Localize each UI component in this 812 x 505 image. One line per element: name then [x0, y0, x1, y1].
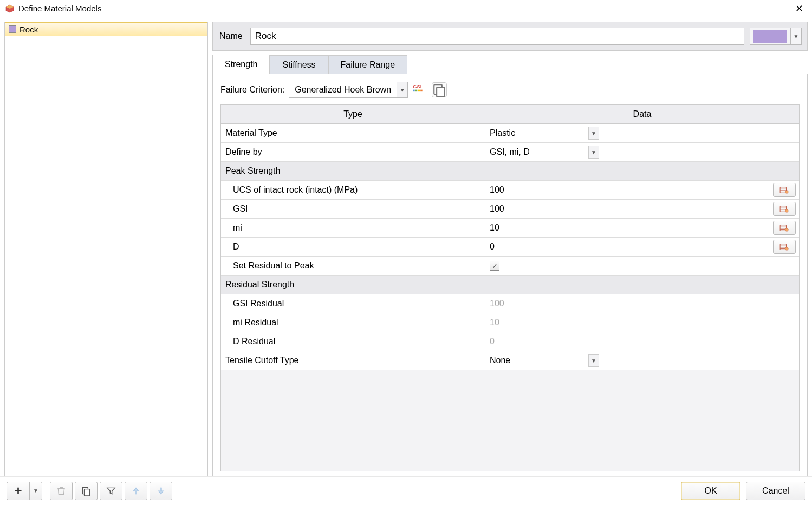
- name-input[interactable]: [250, 28, 744, 45]
- add-dropdown[interactable]: ▼: [29, 482, 42, 500]
- failure-criterion-label: Failure Criterion:: [220, 85, 284, 95]
- chevron-down-icon: ▼: [397, 82, 407, 97]
- duplicate-button[interactable]: [75, 482, 98, 500]
- svg-rect-5: [418, 90, 420, 91]
- edit-value-button[interactable]: [773, 221, 796, 235]
- property-value: 100: [490, 299, 504, 309]
- property-label: Residual Strength: [221, 276, 485, 294]
- grid-row: Material TypePlastic▼: [221, 124, 799, 143]
- property-value: 100: [490, 204, 504, 214]
- property-combo[interactable]: Plastic▼: [490, 124, 795, 142]
- grid-row: mi Residual10: [221, 313, 799, 332]
- footer: + ▼ OK Cancel: [0, 476, 812, 504]
- property-label: mi: [221, 219, 485, 237]
- checkbox[interactable]: ✓: [490, 261, 499, 271]
- property-value-cell[interactable]: GSI, mi, D▼: [485, 143, 799, 161]
- property-label: mi Residual: [221, 313, 485, 332]
- tab-failure-range[interactable]: Failure Range: [328, 55, 408, 74]
- property-value: 0: [490, 337, 495, 346]
- color-picker[interactable]: ▼: [750, 28, 802, 45]
- grid-row: mi10: [221, 219, 799, 238]
- grid-row: Residual Strength: [221, 276, 799, 294]
- add-button[interactable]: +: [7, 482, 29, 500]
- edit-value-button[interactable]: [773, 183, 796, 197]
- filter-button[interactable]: [100, 482, 122, 500]
- tabstrip: Strength Stiffness Failure Range: [212, 54, 808, 74]
- grid-row: Peak Strength: [221, 162, 799, 181]
- property-combo[interactable]: None▼: [490, 351, 795, 370]
- arrow-down-icon: [156, 486, 166, 496]
- property-label: Set Residual to Peak: [221, 257, 485, 275]
- property-label: Define by: [221, 143, 485, 161]
- property-grid: Type Data Material TypePlastic▼Define by…: [220, 104, 800, 471]
- svg-text:GSI: GSI: [413, 84, 421, 90]
- grid-row: Tensile Cutoff TypeNone▼: [221, 351, 799, 370]
- chevron-down-icon: ▼: [588, 127, 599, 140]
- trash-icon: [56, 486, 66, 496]
- gsi-calculator-button[interactable]: GSI: [412, 82, 427, 97]
- close-icon[interactable]: ✕: [792, 3, 807, 15]
- property-value-cell[interactable]: 0: [485, 238, 799, 256]
- chevron-down-icon: ▼: [588, 354, 599, 367]
- property-value-cell[interactable]: 100: [485, 181, 799, 199]
- failure-criterion-combo[interactable]: Generalized Hoek Brown ▼: [289, 82, 408, 98]
- cancel-button[interactable]: Cancel: [746, 482, 805, 500]
- svg-rect-6: [420, 90, 422, 91]
- color-swatch: [753, 30, 787, 43]
- move-down-button[interactable]: [150, 482, 172, 500]
- svg-rect-3: [413, 90, 414, 91]
- property-value-cell[interactable]: ✓: [485, 257, 799, 275]
- tab-stiffness[interactable]: Stiffness: [270, 55, 328, 74]
- chevron-down-icon: ▼: [33, 488, 38, 494]
- property-combo[interactable]: GSI, mi, D▼: [490, 143, 795, 161]
- ok-button[interactable]: OK: [681, 482, 740, 500]
- chevron-down-icon: ▼: [588, 146, 599, 159]
- property-value-cell: 0: [485, 332, 799, 351]
- strength-panel: Failure Criterion: Generalized Hoek Brow…: [212, 74, 808, 476]
- property-label: UCS of intact rock (intact) (MPa): [221, 181, 485, 199]
- material-list-panel: Rock: [4, 22, 208, 476]
- app-icon: [5, 4, 14, 13]
- filter-icon: [106, 486, 116, 496]
- arrow-up-icon: [131, 486, 141, 496]
- property-label: D: [221, 238, 485, 256]
- property-label: Material Type: [221, 124, 485, 142]
- delete-button[interactable]: [50, 482, 73, 500]
- plus-icon: +: [14, 484, 22, 497]
- copy-button[interactable]: [432, 82, 447, 97]
- grid-row: D Residual0: [221, 332, 799, 351]
- property-value: 0: [490, 242, 495, 252]
- grid-row: Define byGSI, mi, D▼: [221, 143, 799, 162]
- property-value-cell[interactable]: 100: [485, 200, 799, 218]
- svg-point-18: [785, 209, 789, 213]
- property-label: GSI Residual: [221, 294, 485, 313]
- svg-rect-4: [415, 90, 417, 91]
- titlebar: Define Material Models ✕: [0, 0, 812, 17]
- edit-value-button[interactable]: [773, 202, 796, 216]
- edit-value-button[interactable]: [773, 240, 796, 254]
- move-up-button[interactable]: [125, 482, 147, 500]
- property-value-cell[interactable]: Plastic▼: [485, 124, 799, 142]
- svg-rect-8: [437, 87, 445, 97]
- property-value-cell[interactable]: 10: [485, 219, 799, 237]
- copy-icon: [81, 486, 91, 496]
- property-label: GSI: [221, 200, 485, 218]
- material-list-label: Rock: [20, 25, 38, 34]
- grid-header-type: Type: [221, 105, 485, 123]
- grid-row: GSI100: [221, 200, 799, 219]
- grid-row: GSI Residual100: [221, 294, 799, 313]
- material-color-swatch: [9, 25, 16, 33]
- name-label: Name: [218, 31, 245, 41]
- property-value-cell[interactable]: None▼: [485, 351, 799, 370]
- window-title: Define Material Models: [18, 4, 792, 13]
- grid-row: Set Residual to Peak✓: [221, 257, 799, 276]
- material-list-item[interactable]: Rock: [5, 22, 207, 36]
- property-label: Tensile Cutoff Type: [221, 351, 485, 370]
- svg-rect-30: [85, 489, 90, 495]
- property-value-cell: 100: [485, 294, 799, 313]
- svg-point-23: [785, 228, 789, 232]
- tab-strength[interactable]: Strength: [212, 55, 270, 74]
- svg-point-13: [785, 191, 789, 194]
- property-value: 10: [490, 223, 499, 233]
- chevron-down-icon: ▼: [790, 28, 801, 44]
